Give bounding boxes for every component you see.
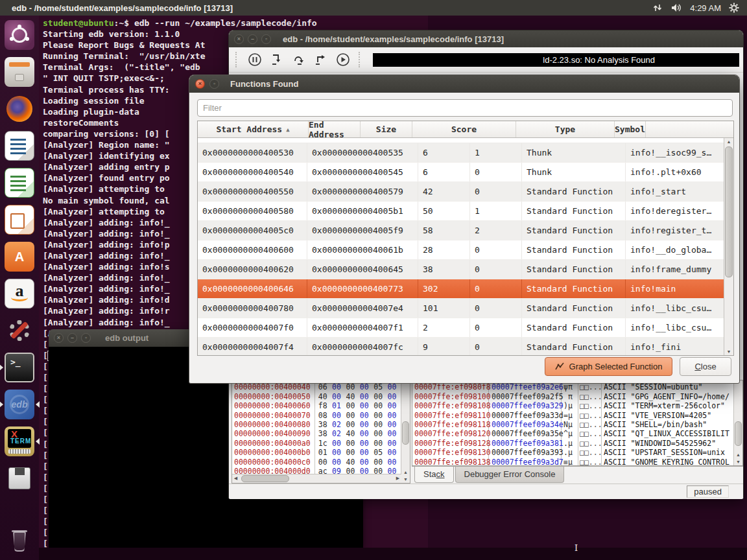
memory-row[interactable]: 00000000:00400090 38 02 40 00 00 00 [232,429,401,438]
launcher-item[interactable]: edb [0,389,39,420]
filter-input[interactable] [197,99,733,117]
scroll-left-icon[interactable]: ◀ [232,474,239,482]
launcher-item[interactable]: A [0,241,39,272]
memory-rows: 00000000:00400030 00 00 00 00 00 00 0000… [232,380,401,474]
dock-tabbar: Stack Debugger Error Console [412,466,743,484]
network-arrows-icon[interactable] [652,3,663,13]
stack-row[interactable]: 00007ffe:ef098138 00007ffeef09a3d7 ≡μ □□… [412,458,734,465]
memory-row[interactable]: 00000000:00400060 f8 01 00 00 00 00 [232,401,401,410]
memory-address: 00000000:00400070 [232,411,315,420]
memory-row[interactable]: 00000000:004000c0 00 00 40 00 00 00 [232,458,401,467]
scroll-up-icon[interactable]: ▲ [401,469,410,476]
column-header[interactable]: Size▲ [361,121,412,137]
run-button[interactable] [334,51,352,69]
column-header[interactable]: Score▲ [412,121,516,137]
table-row[interactable]: 0x0000000000400600 0x000000000040061b 28… [198,240,724,260]
scrollbar-thumb[interactable] [241,475,289,482]
memory-dump-panel[interactable]: 00000000:00400030 00 00 00 00 00 00 0000… [231,380,410,484]
launcher-item[interactable] [0,19,39,51]
scroll-up-icon[interactable]: ▲ [734,451,742,458]
functions-found-dialog[interactable]: × ▫ Functions Found Start Address▲ End A… [189,75,740,384]
table-row[interactable]: 0x0000000000400620 0x0000000000400645 38… [198,260,724,279]
step-into-button[interactable] [268,51,286,69]
launcher-item[interactable] [0,93,39,124]
launcher-item[interactable] [0,525,39,556]
scroll-down-icon[interactable]: ▼ [734,458,742,465]
memory-horizontal-scrollbar[interactable]: ◀ ▶ [232,474,401,483]
step-out-button[interactable] [312,51,330,69]
launcher-item[interactable] [0,463,39,494]
step-over-button[interactable] [290,51,308,69]
memory-row[interactable]: 00000000:00400040 06 00 00 00 05 00 [232,382,401,391]
toolbar-grip[interactable] [359,52,362,67]
launcher-item[interactable]: >_ [0,352,39,383]
close-icon[interactable]: × [195,79,205,89]
stack-row[interactable]: 00007ffe:ef098128 00007ffeef09a381 .μ □□… [412,439,734,448]
launcher-item[interactable] [0,130,39,161]
stack-row[interactable]: 00007ffe:ef098100 00007ffeef09a2f5 π □□.… [412,392,734,401]
table-row[interactable]: 0x00000000004007f4 0x00000000004007fc 9 … [198,338,724,355]
memory-row[interactable]: 00000000:00400080 38 02 00 00 00 00 [232,420,401,429]
scroll-down-icon[interactable]: ▼ [724,348,733,355]
launcher-item[interactable]: a [0,278,39,309]
scroll-down-icon[interactable]: ▼ [401,476,410,483]
cell-size: 9 [418,338,470,355]
functions-table[interactable]: Start Address▲ End Address▲ Size▲ Score▲… [197,121,734,356]
volume-icon[interactable] [670,3,682,13]
stack-row[interactable]: 00007ffe:ef0980f8 00007ffeef09a2e6 ψπ □□… [412,382,734,391]
column-header[interactable]: End Address▲ [309,121,361,137]
toolbar-grip[interactable] [235,52,239,67]
memory-row[interactable]: 00000000:00400070 08 00 00 00 00 00 [232,411,401,420]
table-row[interactable]: 0x0000000000400550 0x0000000000400579 42… [198,182,724,202]
stack-panel[interactable]: 00007ffe:ef0980f0 00007ffeef09a2e0 00007… [412,380,743,466]
column-header[interactable]: Type▲ [516,121,615,137]
stack-row[interactable]: 00007ffe:ef098110 00007ffeef09a33d =μ □□… [412,411,734,420]
dock-tab[interactable]: Debugger Error Console [455,467,565,483]
stack-row[interactable]: 00007ffe:ef098120 00007ffeef09a35e ^μ □□… [412,429,734,438]
edb-titlebar[interactable]: × – ▫ edb - /home/student/examples/sampl… [229,30,743,47]
launcher-item[interactable] [0,315,39,346]
scroll-right-icon[interactable]: ▶ [394,474,401,482]
column-header[interactable]: Symbol▲ [615,121,646,137]
memory-row[interactable]: 00000000:004000b0 01 00 00 00 05 00 [232,448,401,457]
close-icon[interactable]: × [54,333,64,343]
launcher-item[interactable] [0,56,39,88]
stack-row[interactable]: 00007ffe:ef098130 00007ffeef09a393 .μ □□… [412,448,734,457]
table-row[interactable]: 0x0000000000400646 0x0000000000400773 30… [198,279,724,299]
clock[interactable]: 4:29 AM [690,3,721,13]
minimize-icon[interactable]: – [248,34,257,44]
launcher-item[interactable] [0,167,39,198]
stack-vertical-scrollbar[interactable]: ▲ ▼ [733,380,742,465]
table-row[interactable]: 0x0000000000400580 0x00000000004005b1 50… [198,202,724,221]
launcher-item[interactable] [0,204,39,235]
stack-row[interactable]: 00007ffe:ef098118 00007ffeef09a34e Nμ □□… [412,420,734,429]
scrollbar-thumb[interactable] [725,146,733,277]
stack-row[interactable]: 00007ffe:ef098108 00007ffeef09a329 )μ □□… [412,401,734,410]
pause-button[interactable] [246,51,264,69]
scrollbar-thumb[interactable] [735,421,742,446]
maximize-icon[interactable]: ▫ [261,34,271,44]
table-vertical-scrollbar[interactable]: ▲ ▼ [724,138,733,355]
table-row[interactable]: 0x00000000004005c0 0x00000000004005f9 58… [198,221,724,240]
scrollbar-thumb[interactable] [402,421,409,445]
close-button[interactable]: Close [680,357,731,376]
dock-tab[interactable]: Stack [414,467,454,483]
table-row[interactable]: 0x00000000004007f0 0x00000000004007f1 2 … [198,318,724,338]
maximize-icon[interactable]: ▫ [81,333,91,343]
table-row[interactable]: 0x0000000000400540 0x0000000000400545 6 … [198,163,724,182]
launcher-item[interactable]: X TERM [0,426,39,457]
table-row[interactable]: 0x0000000000400780 0x00000000004007e4 10… [198,299,724,318]
session-gear-icon[interactable] [729,3,739,13]
graph-selected-function-button[interactable]: Graph Selected Function [545,357,672,376]
memory-row[interactable]: 00000000:004000a0 1c 00 00 00 00 00 [232,439,401,448]
memory-vertical-scrollbar[interactable]: ▲ ▼ [401,380,410,483]
column-header[interactable]: Start Address▲ [198,121,309,137]
table-row[interactable]: 0x0000000000400530 0x0000000000400535 6 … [198,143,724,163]
memory-row[interactable]: 00000000:00400050 40 00 40 00 00 00 [232,392,401,401]
minimize-icon[interactable]: – [67,333,77,343]
maximize-icon[interactable]: ▫ [209,79,219,89]
dialog-titlebar[interactable]: × ▫ Functions Found [189,75,739,93]
close-icon[interactable]: × [234,34,244,44]
scroll-up-icon[interactable]: ▲ [724,138,733,145]
prompt-user: student@ubuntu [43,18,114,28]
